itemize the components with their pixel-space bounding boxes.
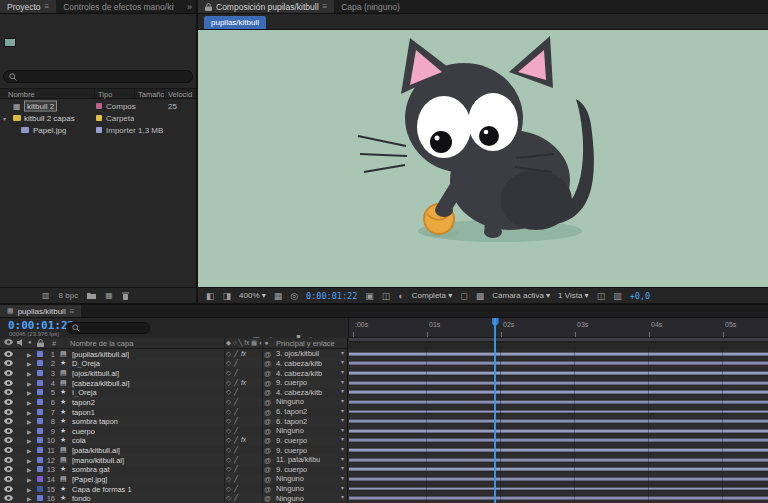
layer-row[interactable]: ▶ 9 ★ cuerpo ◇╱ @ Ninguno▾ bbox=[0, 426, 768, 436]
project-bit-depth[interactable]: 8 bpc bbox=[59, 291, 79, 300]
layer-label-color[interactable] bbox=[37, 486, 43, 492]
parent-dropdown[interactable]: 11. pata/kitbu▾ bbox=[276, 455, 344, 465]
layer-switches[interactable]: ◇╱fx bbox=[226, 379, 262, 387]
layer-switches[interactable]: ◇╱ bbox=[226, 485, 262, 493]
layer-switches[interactable]: ◇╱ bbox=[226, 417, 262, 425]
parent-dropdown[interactable]: 9. cuerpo▾ bbox=[276, 445, 344, 455]
delete-icon[interactable] bbox=[122, 292, 129, 300]
visibility-toggle[interactable] bbox=[4, 370, 13, 376]
layer-label-color[interactable] bbox=[37, 409, 43, 415]
pickwhip-icon[interactable]: @ bbox=[264, 437, 271, 444]
layer-name[interactable]: [cabeza/kitbull.ai] bbox=[72, 378, 130, 387]
layer-name[interactable]: tapon2 bbox=[72, 397, 95, 406]
layer-switches[interactable]: ◇╱ bbox=[226, 427, 262, 435]
layer-duration-bar[interactable] bbox=[349, 468, 768, 471]
layer-switches[interactable]: ◇╱ bbox=[226, 465, 262, 473]
new-composition-icon[interactable]: ▦ bbox=[105, 291, 113, 300]
tab-overflow-chevron[interactable]: » bbox=[183, 0, 196, 13]
item-name[interactable]: Papel.jpg bbox=[33, 126, 66, 135]
tab-controles-de-efectos[interactable]: Controles de efectos mano/kitbull.ai bbox=[56, 0, 174, 13]
project-item-row[interactable]: ▦ kitbull 2 Composición 25 bbox=[0, 100, 196, 112]
visibility-toggle[interactable] bbox=[4, 380, 13, 386]
layer-label-color[interactable] bbox=[37, 466, 43, 472]
visibility-toggle[interactable] bbox=[4, 447, 13, 453]
parent-dropdown[interactable]: Ninguno▾ bbox=[276, 493, 344, 503]
layer-label-color[interactable] bbox=[37, 437, 43, 443]
layer-label-color[interactable] bbox=[37, 495, 43, 501]
layer-duration-bar[interactable] bbox=[349, 439, 768, 442]
layer-name[interactable]: fondo bbox=[72, 494, 91, 503]
layer-label-color[interactable] bbox=[37, 476, 43, 482]
expand-arrow-icon[interactable]: ▶ bbox=[27, 485, 32, 492]
snapshot-icon[interactable]: ▣ bbox=[365, 291, 374, 301]
region-of-interest-icon[interactable]: ◻ bbox=[460, 291, 467, 301]
view-layout-dropdown[interactable]: 1 Vista ▾ bbox=[558, 291, 589, 300]
comp-navigator-tab[interactable]: pupilas/kitbull bbox=[204, 16, 266, 29]
layer-switches[interactable]: ◇╱ bbox=[226, 475, 262, 483]
show-snapshot-icon[interactable]: ◫ bbox=[382, 291, 391, 301]
layer-duration-bar[interactable] bbox=[349, 410, 768, 413]
layer-name[interactable]: Capa de formas 1 bbox=[72, 484, 132, 493]
expand-arrow-icon[interactable]: ▶ bbox=[27, 350, 32, 357]
panel-menu-icon[interactable]: ≡ bbox=[70, 307, 75, 316]
parent-dropdown[interactable]: 3. ojos/kitbull▾ bbox=[276, 349, 344, 359]
visibility-toggle[interactable] bbox=[4, 437, 13, 443]
parent-dropdown[interactable]: 6. tapon2▾ bbox=[276, 416, 344, 426]
layer-row[interactable]: ▶ 8 ★ sombra tapon ◇╱ @ 6. tapon2▾ bbox=[0, 416, 768, 426]
parent-dropdown[interactable]: 9. cuerpo▾ bbox=[276, 436, 344, 446]
visibility-toggle[interactable] bbox=[4, 351, 13, 357]
layer-name[interactable]: [mano/kitbull.ai] bbox=[72, 455, 124, 464]
layer-label-color[interactable] bbox=[37, 360, 43, 366]
pickwhip-icon[interactable]: @ bbox=[264, 475, 271, 482]
pickwhip-icon[interactable]: @ bbox=[264, 447, 271, 454]
layer-switches[interactable]: ◇╱ bbox=[226, 408, 262, 416]
layer-name[interactable]: sombra tapon bbox=[72, 417, 118, 426]
pickwhip-icon[interactable]: @ bbox=[264, 370, 271, 377]
layer-row[interactable]: ▶ 10 ★ cola ◇╱fx @ 9. cuerpo▾ bbox=[0, 436, 768, 446]
layer-row[interactable]: ▶ 1 ▤ [pupilas/kitbull.ai] ◇╱fx @ 3. ojo… bbox=[0, 349, 768, 359]
expand-arrow-icon[interactable]: ▶ bbox=[27, 370, 32, 377]
parent-dropdown[interactable]: Ninguno▾ bbox=[276, 474, 344, 484]
visibility-toggle[interactable] bbox=[4, 457, 13, 463]
pickwhip-icon[interactable]: @ bbox=[264, 350, 271, 357]
timeline-tab[interactable]: ▦ pupilas/kitbull ≡ bbox=[0, 305, 81, 317]
visibility-toggle[interactable] bbox=[4, 418, 13, 424]
layer-name[interactable]: [Papel.jpg] bbox=[72, 474, 107, 483]
layer-switches[interactable]: ◇╱ bbox=[226, 446, 262, 454]
parent-dropdown[interactable]: 4. cabeza/kitb▾ bbox=[276, 359, 344, 369]
label-color-chip[interactable] bbox=[96, 115, 102, 121]
expand-arrow-icon[interactable]: ▶ bbox=[27, 427, 32, 434]
expand-arrow-icon[interactable]: ▶ bbox=[27, 475, 32, 482]
pickwhip-icon[interactable]: @ bbox=[264, 360, 271, 367]
layer-switches[interactable]: ◇╱fx bbox=[226, 436, 262, 444]
layer-row[interactable]: ▶ 14 ▤ [Papel.jpg] ◇╱ @ Ninguno▾ bbox=[0, 474, 768, 484]
magnification-dropdown[interactable]: 400% ▾ bbox=[239, 291, 266, 300]
layer-switches[interactable]: ◇╱ bbox=[226, 359, 262, 367]
layer-name[interactable]: [ojos/kitbull.ai] bbox=[72, 369, 119, 378]
layer-label-color[interactable] bbox=[37, 457, 43, 463]
parent-dropdown[interactable]: 4. cabeza/kitb▾ bbox=[276, 388, 344, 398]
expand-arrow-icon[interactable]: ▶ bbox=[27, 495, 32, 502]
pickwhip-icon[interactable]: @ bbox=[264, 427, 271, 434]
parent-dropdown[interactable]: Ninguno▾ bbox=[276, 426, 344, 436]
project-column-header[interactable]: Nombre Tipo Tamaño Velocid bbox=[0, 88, 196, 99]
expand-arrow-icon[interactable]: ▶ bbox=[27, 418, 32, 425]
time-ruler[interactable]: :00s01s02s03s04s05s bbox=[348, 318, 768, 338]
pixel-aspect-icon[interactable]: ◫ bbox=[597, 291, 606, 301]
pickwhip-icon[interactable]: @ bbox=[264, 466, 271, 473]
pickwhip-icon[interactable]: @ bbox=[264, 456, 271, 463]
folder-twirl-icon[interactable]: ▾ bbox=[3, 115, 6, 122]
parent-dropdown[interactable]: 4. cabeza/kitb▾ bbox=[276, 368, 344, 378]
tab-composicion[interactable]: Composición pupilas/kitbull ≡ bbox=[198, 0, 334, 13]
layer-label-color[interactable] bbox=[37, 351, 43, 357]
layer-name[interactable]: cola bbox=[72, 436, 86, 445]
layer-switches[interactable]: ◇╱ bbox=[226, 388, 262, 396]
parent-dropdown[interactable]: Ninguno▾ bbox=[276, 397, 344, 407]
layer-duration-bar[interactable] bbox=[349, 391, 768, 394]
new-folder-icon[interactable] bbox=[87, 292, 96, 299]
interpret-footage-icon[interactable]: ▥ bbox=[42, 291, 50, 300]
preview-monitor-icon[interactable]: ◧ bbox=[206, 291, 215, 301]
visibility-toggle[interactable] bbox=[4, 360, 13, 366]
visibility-toggle[interactable] bbox=[4, 399, 13, 405]
exposure-value[interactable]: +0,0 bbox=[630, 291, 650, 301]
